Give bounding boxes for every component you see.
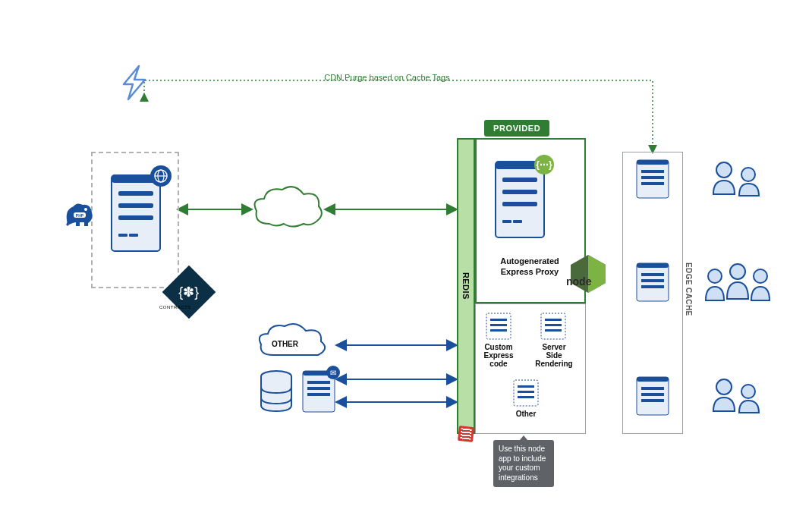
custom-express-l3: code <box>480 360 518 369</box>
svg-rect-38 <box>637 160 669 165</box>
other-cloud-label: OTHER <box>272 340 298 349</box>
svg-rect-46 <box>641 285 664 288</box>
svg-rect-26 <box>490 319 507 321</box>
svg-point-52 <box>716 162 732 178</box>
svg-rect-8 <box>112 175 160 251</box>
svg-rect-31 <box>545 324 562 326</box>
svg-point-56 <box>754 269 767 283</box>
svg-rect-22 <box>502 202 537 206</box>
swagger-contracts-label: CONTRACTS <box>159 305 191 310</box>
php-elephant-icon: PHP <box>63 197 95 229</box>
custom-integrations-tooltip: Use this node app to include your custom… <box>493 440 554 487</box>
svg-point-57 <box>716 379 732 394</box>
svg-rect-62 <box>307 381 330 384</box>
svg-point-53 <box>741 168 755 181</box>
origin-server-icon <box>109 173 162 256</box>
svg-rect-24 <box>513 220 522 223</box>
architecture-diagram: CDN Purge based on Cache Tags PHP {✽} CO… <box>0 0 812 506</box>
proxy-label-2: Express Proxy <box>481 267 578 277</box>
svg-point-55 <box>730 264 745 279</box>
svg-rect-23 <box>502 220 511 223</box>
svg-rect-30 <box>545 319 562 321</box>
svg-rect-11 <box>118 203 153 208</box>
edge-server-bot-icon <box>636 376 669 416</box>
svg-rect-39 <box>641 170 664 173</box>
svg-rect-35 <box>518 391 534 393</box>
cdn-purge-label: CDN Purge based on Cache Tags <box>304 73 471 82</box>
svg-rect-14 <box>129 234 138 237</box>
svg-rect-44 <box>641 273 664 276</box>
other-block-label: Other <box>505 410 546 419</box>
ssr-l3: Rendering <box>533 360 575 369</box>
svg-rect-12 <box>118 215 153 220</box>
proxy-label-1: Autogenerated <box>481 256 578 266</box>
other-server-icon <box>513 379 539 407</box>
mail-icon: ✉ <box>326 366 340 379</box>
users-group-top-icon <box>706 158 768 200</box>
provided-badge: PROVIDED <box>484 120 549 137</box>
database-icon <box>258 370 294 414</box>
svg-rect-50 <box>641 393 664 396</box>
svg-rect-48 <box>637 377 669 382</box>
globe-icon <box>150 165 172 187</box>
provided-code-badge-icon: {⋯} <box>534 155 554 174</box>
svg-rect-20 <box>502 178 537 182</box>
svg-rect-64 <box>307 393 330 396</box>
svg-text:PHP: PHP <box>76 213 84 218</box>
svg-point-54 <box>708 269 722 283</box>
redis-strip: REDIS <box>457 138 475 434</box>
svg-rect-41 <box>641 182 664 185</box>
edge-cache-label: EDGE CACHE <box>685 262 693 316</box>
svg-rect-45 <box>641 279 664 282</box>
svg-rect-36 <box>518 396 534 398</box>
svg-rect-43 <box>637 263 669 268</box>
svg-rect-28 <box>490 329 507 332</box>
nodejs-label: node <box>566 275 591 288</box>
svg-rect-32 <box>545 329 562 332</box>
users-group-mid-icon <box>700 261 776 310</box>
nodejs-icon <box>566 252 610 296</box>
svg-point-5 <box>84 208 87 211</box>
svg-rect-13 <box>118 234 127 237</box>
svg-rect-18 <box>496 162 544 237</box>
redis-label: REDIS <box>461 272 471 300</box>
svg-rect-21 <box>502 190 537 194</box>
ssr-server-icon <box>540 313 566 340</box>
custom-express-server-icon <box>486 313 511 340</box>
svg-rect-51 <box>641 399 664 402</box>
svg-rect-40 <box>641 176 664 179</box>
edge-server-top-icon <box>636 159 669 199</box>
svg-point-58 <box>741 385 755 398</box>
network-cloud-icon <box>250 182 326 235</box>
edge-server-mid-icon <box>636 262 669 302</box>
svg-rect-10 <box>118 191 153 196</box>
svg-rect-27 <box>490 324 507 326</box>
users-group-bot-icon <box>706 375 768 417</box>
svg-rect-34 <box>518 385 534 388</box>
svg-rect-63 <box>307 387 330 390</box>
lightning-icon <box>118 64 152 102</box>
svg-rect-49 <box>641 387 664 390</box>
redis-logo-icon <box>458 426 474 442</box>
